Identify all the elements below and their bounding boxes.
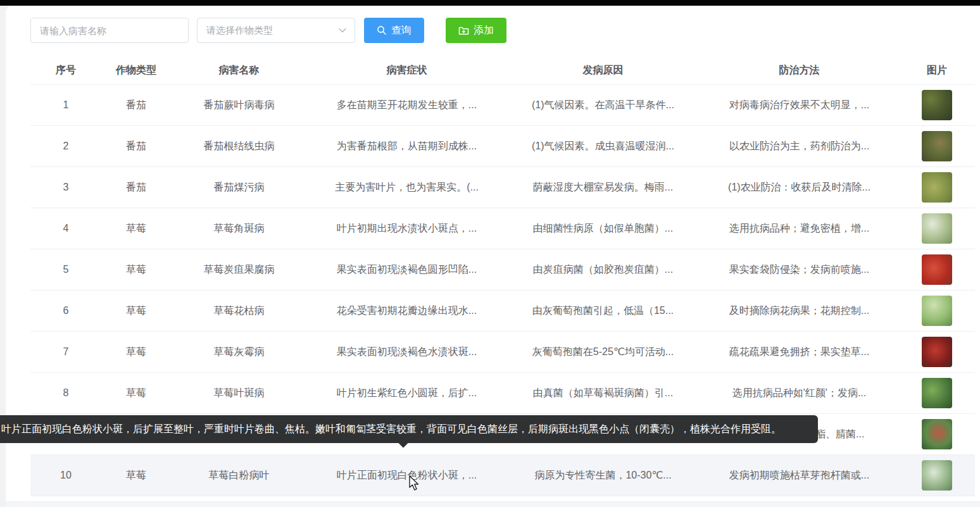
window-top-border	[0, 0, 980, 6]
crop-type-cell: 草莓	[101, 455, 171, 496]
table-row[interactable]: 4草莓草莓角斑病叶片初期出现水渍状小斑点，...由细菌性病原（如假单胞菌）...…	[30, 208, 975, 249]
cause-cell: (1)气候因素。在高温干旱条件...	[506, 85, 700, 125]
column-header: 作物类型	[101, 64, 171, 77]
image-cell	[899, 291, 975, 331]
next-row-partial	[6, 501, 980, 507]
disease-photo-thumbnail[interactable]	[922, 378, 952, 408]
column-header: 病害名称	[171, 64, 307, 77]
crop-type-cell: 草莓	[101, 291, 171, 331]
disease-name-cell: 草莓花枯病	[171, 291, 307, 331]
control-cell: 选用抗病品种；避免密植，增...	[700, 208, 899, 249]
table-row[interactable]: 5草莓草莓炭疽果腐病果实表面初现淡褐色圆形凹陷...由炭疽病菌（如胶孢炭疽菌）.…	[30, 249, 975, 291]
search-icon	[377, 25, 387, 35]
disease-photo-thumbnail[interactable]	[922, 90, 952, 120]
crop-type-cell: 番茄	[101, 85, 171, 125]
crop-type-cell: 番茄	[101, 167, 171, 208]
chevron-down-icon	[338, 26, 347, 35]
cause-cell: 灰葡萄孢菌在5-25℃均可活动...	[506, 332, 700, 372]
disease-photo-thumbnail[interactable]	[922, 337, 952, 367]
image-cell	[899, 373, 975, 413]
table-header-row: 序号作物类型病害名称病害症状发病原因防治方法图片	[30, 57, 975, 85]
disease-name-cell: 草莓叶斑病	[171, 373, 307, 413]
folder-plus-icon	[458, 26, 469, 35]
symptom-cell: 果实表面初现淡褐色圆形凹陷...	[307, 249, 506, 290]
crop-type-cell: 草莓	[101, 373, 171, 413]
row-index-cell: 3	[30, 167, 101, 208]
column-header: 序号	[30, 64, 101, 77]
disease-name-cell: 番茄根结线虫病	[171, 126, 307, 166]
symptom-cell: 叶片初生紫红色小圆斑，后扩...	[307, 373, 506, 413]
disease-photo-thumbnail[interactable]	[922, 296, 952, 326]
image-cell	[899, 208, 975, 249]
symptom-cell: 果实表面初现淡褐色水渍状斑...	[307, 332, 506, 372]
column-header: 发病原因	[506, 64, 700, 77]
disease-photo-thumbnail[interactable]	[922, 419, 952, 449]
disease-name-cell: 番茄煤污病	[171, 167, 307, 208]
control-cell: 及时摘除病花病果；花期控制...	[700, 291, 899, 331]
control-cell: 果实套袋防侵染；发病前喷施...	[700, 249, 899, 290]
row-index-cell: 4	[30, 208, 101, 249]
image-cell	[899, 414, 975, 454]
add-button-label: 添加	[474, 24, 494, 37]
symptom-cell: 叶片正面初现白色粉状小斑，...	[307, 455, 506, 496]
cause-cell: 由细菌性病原（如假单胞菌）...	[506, 208, 700, 249]
crop-type-cell: 番茄	[101, 126, 171, 166]
mouse-cursor	[409, 475, 422, 494]
symptom-cell: 多在苗期至开花期发生较重，...	[307, 85, 506, 125]
disease-name-cell: 草莓白粉病叶	[171, 455, 307, 496]
disease-photo-thumbnail[interactable]	[922, 254, 952, 285]
image-cell	[899, 126, 975, 166]
table-row[interactable]: 8草莓草莓叶斑病叶片初生紫红色小圆斑，后扩...由真菌（如草莓褐斑病菌）引...…	[30, 373, 975, 414]
row-index-cell: 1	[30, 85, 101, 125]
control-cell: 对病毒病治疗效果不太明显，...	[700, 85, 899, 125]
image-cell	[899, 85, 975, 125]
control-cell: 选用抗病品种如'红颜'；发病...	[700, 373, 899, 413]
image-cell	[899, 455, 975, 496]
cause-cell: 由炭疽病菌（如胶孢炭疽菌）...	[506, 249, 700, 290]
cause-cell: 由真菌（如草莓褐斑病菌）引...	[506, 373, 700, 413]
search-input[interactable]	[30, 18, 189, 43]
crop-type-select[interactable]: 请选择作物类型	[197, 18, 355, 43]
control-cell: 发病初期喷施枯草芽孢杆菌或...	[700, 455, 899, 496]
image-cell	[899, 249, 975, 290]
table-row[interactable]: 1番茄番茄蕨叶病毒病多在苗期至开花期发生较重，...(1)气候因素。在高温干旱条…	[30, 85, 975, 126]
disease-photo-thumbnail[interactable]	[922, 460, 952, 491]
crop-type-cell: 草莓	[101, 249, 171, 290]
table-row[interactable]: 6草莓草莓花枯病花朵受害初期花瓣边缘出现水...由灰葡萄孢菌引起，低温（15..…	[30, 291, 975, 332]
cause-cell: 荫蔽湿度大棚室易发病。梅雨...	[506, 167, 700, 208]
cause-cell: 病原为专性寄生菌，10-30℃...	[506, 455, 700, 496]
crop-type-cell: 草莓	[101, 208, 171, 249]
table-row[interactable]: 10草莓草莓白粉病叶叶片正面初现白色粉状小斑，...病原为专性寄生菌，10-30…	[30, 455, 975, 496]
symptom-cell: 主要为害叶片，也为害果实。(...	[307, 167, 506, 208]
table-row[interactable]: 7草莓草莓灰霉病果实表面初现淡褐色水渍状斑...灰葡萄孢菌在5-25℃均可活动.…	[30, 332, 975, 373]
disease-photo-thumbnail[interactable]	[922, 213, 952, 244]
row-index-cell: 2	[30, 126, 101, 166]
column-header: 图片	[899, 64, 975, 77]
cause-cell: 由灰葡萄孢菌引起，低温（15...	[506, 291, 700, 331]
symptom-cell: 叶片初期出现水渍状小斑点，...	[307, 208, 506, 249]
query-button[interactable]: 查询	[364, 18, 424, 43]
image-cell	[899, 167, 975, 208]
table-row[interactable]: 3番茄番茄煤污病主要为害叶片，也为害果实。(...荫蔽湿度大棚室易发病。梅雨..…	[30, 167, 975, 208]
column-header: 病害症状	[307, 64, 506, 77]
control-cell: 以农业防治为主，药剂防治为...	[700, 126, 899, 166]
cause-cell: (1)气候因素。成虫喜温暖湿润...	[506, 126, 700, 166]
add-button[interactable]: 添加	[446, 18, 506, 43]
table-row[interactable]: 2番茄番茄根结线虫病为害番茄根部，从苗期到成株...(1)气候因素。成虫喜温暖湿…	[30, 126, 975, 167]
row-index-cell: 6	[30, 291, 101, 331]
disease-name-cell: 草莓炭疽果腐病	[171, 249, 307, 290]
image-cell	[899, 332, 975, 372]
disease-photo-thumbnail[interactable]	[922, 131, 952, 161]
disease-photo-thumbnail[interactable]	[922, 172, 952, 203]
disease-name-cell: 草莓灰霉病	[171, 332, 307, 372]
row-index-cell: 8	[30, 373, 101, 413]
disease-name-cell: 草莓角斑病	[171, 208, 307, 249]
toolbar: 请选择作物类型 查询 添加	[30, 18, 980, 43]
column-header: 防治方法	[700, 64, 899, 77]
symptom-tooltip: 叶片正面初现白色粉状小斑，后扩展至整叶，严重时叶片卷曲、焦枯。嫩叶和匍匐茎受害较…	[0, 415, 818, 443]
crop-type-cell: 草莓	[101, 332, 171, 372]
disease-name-cell: 番茄蕨叶病毒病	[171, 85, 307, 125]
query-button-label: 查询	[391, 24, 411, 37]
symptom-cell: 为害番茄根部，从苗期到成株...	[307, 126, 506, 166]
crop-type-select-placeholder: 请选择作物类型	[206, 25, 273, 37]
